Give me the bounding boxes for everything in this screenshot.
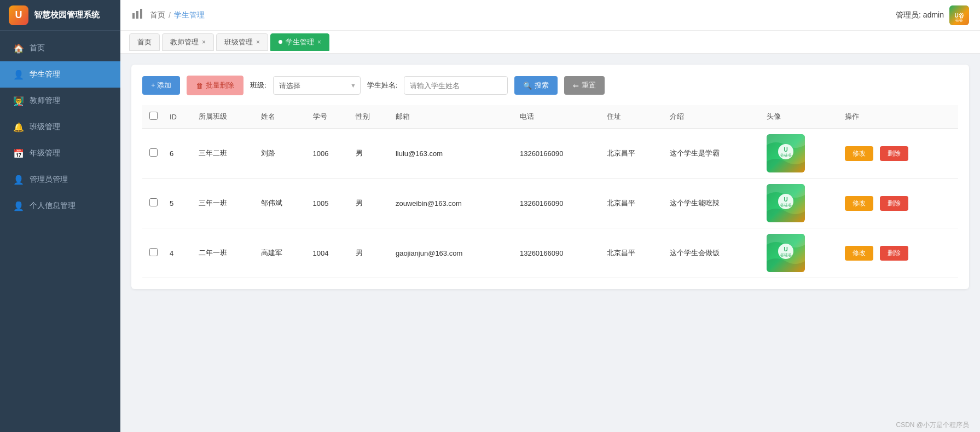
batch-delete-button[interactable]: 🗑 批量删除 <box>187 76 243 95</box>
sidebar-item-profile[interactable]: 👤 个人信息管理 <box>0 193 120 219</box>
search-button[interactable]: 🔍 搜索 <box>514 76 558 95</box>
sidebar-item-teacher[interactable]: 👨‍🏫 教师管理 <box>0 88 120 114</box>
content: + 添加 🗑 批量删除 班级: 请选择 ▼ 学生姓名: 🔍 搜索 ⇐ <box>120 54 980 416</box>
cell-email: zouweibin@163.com <box>390 178 514 228</box>
class-select-wrapper: 请选择 ▼ <box>273 76 361 95</box>
delete-button[interactable]: 删除 <box>880 146 908 161</box>
sidebar-logo: U 智慧校园管理系统 <box>0 0 120 31</box>
cell-gender: 男 <box>350 129 390 178</box>
action-buttons: 修改 删除 <box>845 246 953 261</box>
edit-button[interactable]: 修改 <box>845 246 873 261</box>
select-all-checkbox[interactable] <box>149 112 158 120</box>
tab-home[interactable]: 首页 <box>129 33 160 51</box>
cell-email: liulu@163.com <box>390 129 514 178</box>
svg-text:谷硅谷: 谷硅谷 <box>780 253 791 257</box>
batch-delete-label: 批量删除 <box>206 80 234 90</box>
student-icon: 👤 <box>13 69 24 80</box>
avatar-image: U 谷硅谷 <box>767 234 805 272</box>
tab-class[interactable]: 班级管理 × <box>216 33 268 51</box>
sidebar-item-admin[interactable]: 👤 管理员管理 <box>0 166 120 193</box>
cell-intro: 这个学生会做饭 <box>664 228 761 278</box>
cell-class: 三年二班 <box>193 129 256 178</box>
table-row: 4 二年一班 高建军 1004 男 gaojianjun@163.com 132… <box>142 228 958 278</box>
name-search-input[interactable] <box>404 76 508 95</box>
row-checkbox[interactable] <box>149 248 158 256</box>
tab-close-teacher[interactable]: × <box>202 38 206 46</box>
row-checkbox[interactable] <box>149 198 158 206</box>
cell-email: gaojianjun@163.com <box>390 228 514 278</box>
breadcrumb-home: 首页 <box>150 10 165 20</box>
row-checkbox-cell <box>142 178 164 228</box>
cell-student-id: 1006 <box>308 129 350 178</box>
class-select[interactable]: 请选择 <box>273 76 361 95</box>
tab-close-student[interactable]: × <box>317 38 321 46</box>
delete-button[interactable]: 删除 <box>880 196 908 211</box>
cell-address: 北京昌平 <box>601 178 664 228</box>
tab-label-student: 学生管理 <box>286 37 314 47</box>
reset-button[interactable]: ⇐ 重置 <box>564 76 605 95</box>
th-address: 住址 <box>601 105 664 129</box>
cell-action: 修改 删除 <box>839 129 958 178</box>
th-action: 操作 <box>839 105 958 129</box>
main-area: 首页 / 学生管理 管理员: admin U谷 <box>120 0 980 432</box>
cell-class: 二年一班 <box>193 228 256 278</box>
logo-icon: U <box>9 5 28 25</box>
sidebar-label-student: 学生管理 <box>30 70 60 79</box>
sidebar-item-grade[interactable]: 📅 年级管理 <box>0 140 120 166</box>
sidebar-label-home: 首页 <box>30 43 45 53</box>
sidebar-item-student[interactable]: 👤 学生管理 <box>0 61 120 88</box>
edit-button[interactable]: 修改 <box>845 196 873 211</box>
breadcrumb-current: 学生管理 <box>174 10 205 20</box>
cell-gender: 男 <box>350 178 390 228</box>
breadcrumb: 首页 / 学生管理 <box>150 10 205 20</box>
svg-text:U: U <box>784 197 787 203</box>
cell-name: 刘路 <box>256 129 307 178</box>
toolbar: + 添加 🗑 批量删除 班级: 请选择 ▼ 学生姓名: 🔍 搜索 ⇐ <box>142 76 958 95</box>
teacher-icon: 👨‍🏫 <box>13 95 24 106</box>
action-buttons: 修改 删除 <box>845 146 953 161</box>
svg-text:U: U <box>784 147 787 153</box>
logo-letter: U <box>15 9 22 21</box>
th-intro: 介绍 <box>664 105 761 129</box>
row-checkbox[interactable] <box>149 148 158 157</box>
svg-rect-1 <box>136 11 138 19</box>
footer-note: CSDN @小万是个程序员 <box>120 416 980 432</box>
add-button[interactable]: + 添加 <box>142 76 180 95</box>
cell-address: 北京昌平 <box>601 129 664 178</box>
avatar: U谷 硅谷 <box>949 5 969 25</box>
svg-text:硅谷: 硅谷 <box>955 18 963 21</box>
edit-button[interactable]: 修改 <box>845 146 873 161</box>
action-buttons: 修改 删除 <box>845 196 953 211</box>
cell-student-id: 1004 <box>308 228 350 278</box>
topbar-right: 管理员: admin U谷 硅谷 <box>896 5 969 25</box>
cell-name: 高建军 <box>256 228 307 278</box>
cell-avatar: U 谷硅谷 <box>761 129 840 178</box>
cell-name: 邹伟斌 <box>256 178 307 228</box>
th-class: 所属班级 <box>193 105 256 129</box>
trash-icon: 🗑 <box>196 82 203 90</box>
app-title: 智慧校园管理系统 <box>34 10 100 20</box>
class-icon: 🔔 <box>13 122 24 133</box>
tabs-bar: 首页 教师管理 × 班级管理 × 学生管理 × <box>120 31 980 54</box>
search-label: 搜索 <box>535 80 549 90</box>
tab-close-class[interactable]: × <box>256 38 260 46</box>
sidebar-item-home[interactable]: 🏠 首页 <box>0 35 120 61</box>
tab-student[interactable]: 学生管理 × <box>270 33 329 51</box>
cell-intro: 这个学生能吃辣 <box>664 178 761 228</box>
table-header-row: ID 所属班级 姓名 学号 性别 邮箱 电话 住址 介绍 头像 操作 <box>142 105 958 129</box>
student-table: ID 所属班级 姓名 学号 性别 邮箱 电话 住址 介绍 头像 操作 <box>142 105 958 278</box>
sidebar-label-profile: 个人信息管理 <box>30 201 76 211</box>
cell-phone: 13260166090 <box>514 178 601 228</box>
delete-button[interactable]: 删除 <box>880 246 908 261</box>
cell-intro: 这个学生是学霸 <box>664 129 761 178</box>
svg-text:谷硅谷: 谷硅谷 <box>780 203 791 207</box>
svg-text:U: U <box>784 246 787 252</box>
sidebar-item-class[interactable]: 🔔 班级管理 <box>0 114 120 140</box>
avatar-image: U 谷硅谷 <box>767 134 805 172</box>
tab-teacher[interactable]: 教师管理 × <box>162 33 214 51</box>
avatar-image: U 谷硅谷 <box>767 184 805 222</box>
admin-icon: 👤 <box>13 174 24 185</box>
sidebar-label-class: 班级管理 <box>30 122 60 132</box>
cell-student-id: 1005 <box>308 178 350 228</box>
name-filter-label: 学生姓名: <box>367 80 398 90</box>
